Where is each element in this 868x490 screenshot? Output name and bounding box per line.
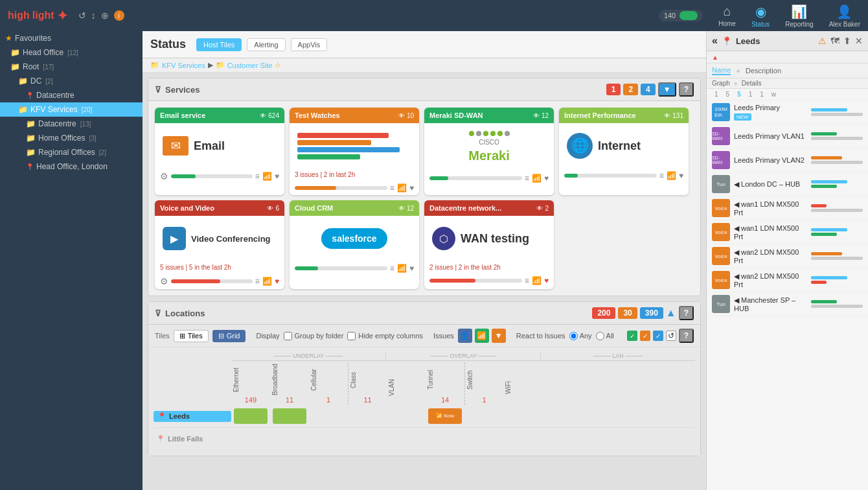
sidebar-item-datacentre-pin[interactable]: 📍 Datacentre — [0, 88, 143, 102]
tab-graph[interactable]: Graph — [712, 80, 730, 87]
list-item[interactable]: 100MEth Leeds Primary NEW — [707, 100, 868, 124]
all-radio-label[interactable]: All — [596, 332, 614, 340]
check3[interactable]: ✓ — [653, 331, 663, 341]
refresh-icon[interactable]: ↺ — [78, 10, 86, 21]
nav-user[interactable]: 👤 Alex Baker — [829, 4, 860, 28]
bar1 — [811, 300, 837, 303]
issues-control: Issues 👤 📶 ▼ — [433, 329, 506, 343]
sidebar-item-favourites[interactable]: ★ Favourites — [0, 31, 143, 45]
down-icon[interactable]: ▼ — [492, 329, 506, 343]
sidebar-item-home-offices[interactable]: 📁 Home Offices [3] — [0, 131, 143, 145]
time-1h[interactable]: 1 — [712, 90, 721, 99]
locations-help[interactable]: ? — [679, 306, 694, 320]
chevron-left-icon[interactable]: « — [712, 35, 718, 47]
tab-host-tiles[interactable]: Host Tiles — [196, 38, 242, 51]
group-by-folder-checkbox[interactable] — [284, 332, 292, 340]
arrow-up-icon[interactable]: ▲ — [666, 307, 676, 319]
people-icon[interactable]: 👤 — [458, 329, 472, 343]
time-1y[interactable]: 1 — [757, 90, 766, 99]
services-help[interactable]: ? — [679, 82, 694, 97]
check1[interactable]: ✓ — [627, 331, 637, 341]
services-dropdown[interactable]: ▼ — [658, 82, 676, 97]
add-icon[interactable]: ⊕ — [101, 10, 109, 21]
sidebar-label: Regional Offices — [38, 148, 95, 157]
time-5d[interactable]: 5 — [735, 90, 744, 99]
sidebar-item-head-office[interactable]: 📁 Head Office [12] — [0, 45, 143, 60]
collapse-icon[interactable]: ⊽ — [155, 309, 161, 318]
locations-help2[interactable]: ? — [679, 329, 694, 343]
check4[interactable]: ↺ — [666, 331, 676, 341]
sidebar-item-datacentre-sub[interactable]: 📁 Datacentre [13] — [0, 117, 143, 131]
breadcrumb-kfv[interactable]: KFV Services — [162, 62, 205, 69]
warning-icon[interactable]: ⚠ — [818, 36, 827, 46]
time-w[interactable]: w — [769, 90, 779, 99]
list-item[interactable]: Voice ◀ wan2 LDN MX500 Prt — [707, 268, 868, 292]
sidebar-item-head-office-london[interactable]: 📍 Head Office, London — [0, 159, 143, 174]
grid-view-btn[interactable]: ⊟ Grid — [212, 330, 246, 342]
list-item[interactable]: SD-WAN Leeds Primary VLAN2 — [707, 148, 868, 172]
meraki-logo: CISCO Meraki — [468, 131, 509, 163]
badge-200: 200 — [592, 307, 615, 319]
sidebar-item-root[interactable]: 📁 Root [17] — [0, 60, 143, 74]
nav-status[interactable]: ◉ Status — [751, 4, 770, 28]
tiles-view-btn[interactable]: ⊞ Tiles — [174, 330, 209, 342]
table-row[interactable]: 📍 Leeds 📶 Now — [154, 405, 695, 428]
panel-graph-tabs: Graph ● Details — [707, 78, 868, 89]
settings-icon[interactable]: ⚙ — [160, 171, 168, 181]
expand-icon[interactable]: ↕ — [91, 10, 96, 21]
network2-icon[interactable]: 📶 — [475, 329, 489, 343]
list-item[interactable]: Tun ◀ London DC – HUB — [707, 172, 868, 196]
cell-class — [348, 407, 387, 425]
tab-alerting[interactable]: Alerting — [247, 38, 285, 51]
list-item[interactable]: Voice ◀ wan1 LDN MX500 Prt — [707, 220, 868, 244]
dot5 — [497, 131, 503, 136]
sidebar-item-kfv-services[interactable]: 📁 KFV Services [20] — [0, 102, 143, 117]
tile-internet[interactable]: Internet Performance 👁 131 🌐 Internet ≡ — [559, 108, 689, 195]
nav-reporting[interactable]: 📊 Reporting — [785, 4, 813, 28]
group-by-folder-label[interactable]: Group by folder — [284, 332, 344, 340]
any-radio[interactable] — [569, 332, 578, 340]
close-icon[interactable]: ✕ — [855, 36, 863, 46]
tab-details[interactable]: Details — [742, 80, 762, 87]
nav-home[interactable]: ⌂ Home — [718, 4, 736, 27]
sidebar-item-dc[interactable]: 📁 DC [2] — [0, 74, 143, 88]
sidebar-item-regional-offices[interactable]: 📁 Regional Offices [2] — [0, 145, 143, 159]
table-row-little-falls[interactable]: 📍 Little Falls — [154, 428, 695, 450]
check2[interactable]: ✓ — [640, 331, 650, 341]
export-icon[interactable]: ⬆ — [843, 36, 851, 46]
map-icon[interactable]: 🗺 — [830, 36, 839, 46]
tile-cloud-crm[interactable]: Cloud CRM 👁 12 salesforce ≡ 📶 ♥ — [290, 200, 419, 289]
hide-empty-label[interactable]: Hide empty columns — [347, 332, 423, 340]
tile-voice-video[interactable]: Voice and Video 👁 6 ▶ Video Conferencing… — [155, 200, 284, 289]
tab-name[interactable]: Name — [712, 66, 731, 75]
breadcrumb-star[interactable]: ☆ — [275, 61, 281, 69]
settings-icon[interactable]: ⚙ — [160, 276, 168, 286]
tab-appvis[interactable]: AppVis — [291, 38, 328, 51]
list-item[interactable]: Tun ◀ Manchester SP – HUB — [707, 292, 868, 316]
sidebar-label: Home Offices — [38, 134, 85, 143]
tile-test-watches[interactable]: Test Watches 👁 10 3 issues | 2 in last 2… — [290, 108, 419, 195]
tile-wan-testing[interactable]: Datacentre network... 👁 2 ⬡ WAN testing … — [424, 200, 554, 289]
all-radio[interactable] — [596, 332, 604, 340]
time-1m[interactable]: 1 — [746, 90, 755, 99]
bar2 — [811, 113, 863, 116]
badge-blue: 4 — [641, 84, 656, 95]
hide-empty-checkbox[interactable] — [347, 332, 356, 340]
collapse-icon[interactable]: ⊽ — [155, 85, 161, 95]
time-5h[interactable]: 5 — [724, 90, 733, 99]
services-badges: 1 2 4 ▼ ? — [606, 82, 694, 97]
tile-issues-voice-video: 5 issues | 5 in the last 2h — [155, 261, 284, 274]
list-item[interactable]: Voice ◀ wan2 LDN MX500 Prt — [707, 244, 868, 268]
list-item[interactable]: SD-WAN Leeds Primary VLAN1 — [707, 124, 868, 148]
info-icon[interactable]: i — [114, 10, 124, 21]
tile-email[interactable]: Email service 👁 624 ✉ Email ⚙ ≡ — [155, 108, 284, 195]
breadcrumb-customer[interactable]: Customer Site — [227, 62, 273, 69]
dot3 — [483, 131, 488, 136]
tab-description[interactable]: Description — [746, 67, 781, 75]
toggle-switch[interactable] — [680, 11, 698, 20]
tile-meraki[interactable]: Meraki SD-WAN 👁 12 — [424, 108, 554, 195]
sidebar-label: DC — [30, 76, 41, 86]
any-radio-label[interactable]: Any — [569, 332, 592, 340]
tile-body-internet: 🌐 Internet — [559, 123, 689, 169]
list-item[interactable]: Voice ◀ wan1 LDN MX500 Prt — [707, 196, 868, 220]
